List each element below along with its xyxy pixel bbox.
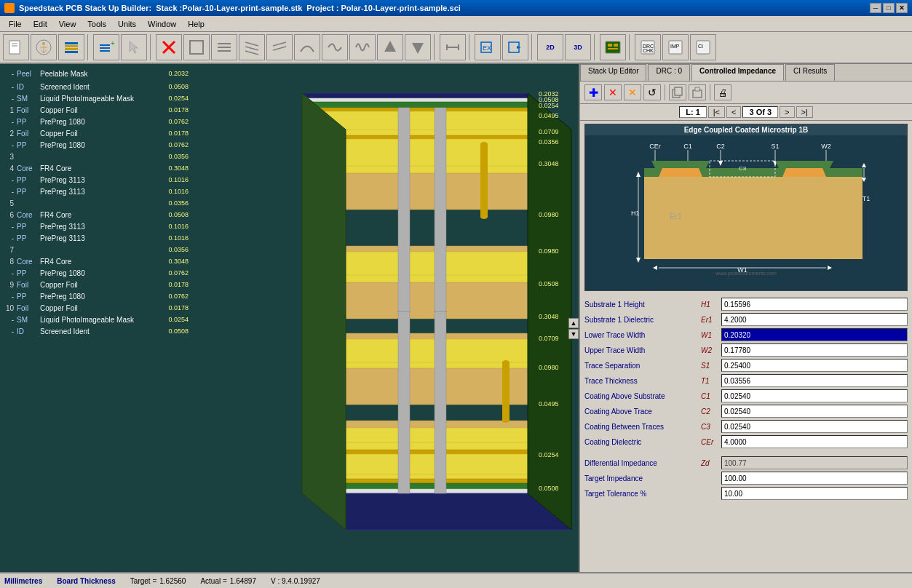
- substrate-dielectric-input[interactable]: [721, 313, 908, 326]
- substrate-height-label[interactable]: Substrate 1 Height: [584, 301, 701, 309]
- tab-stack-up-editor[interactable]: Stack Up Editor: [580, 64, 646, 81]
- coating-above-substrate-input[interactable]: [721, 389, 908, 402]
- upper-trace-width-input[interactable]: [721, 343, 908, 357]
- print-button[interactable]: 🖨: [714, 84, 731, 100]
- coating-above-trace-label[interactable]: Coating Above Trace: [584, 408, 701, 416]
- target-tolerance-input[interactable]: [721, 487, 908, 500]
- toolbar-stackup[interactable]: [58, 34, 84, 60]
- delete-red-button[interactable]: ✕: [604, 84, 622, 100]
- tab-bar: Stack Up Editor DRC : 0 Controlled Imped…: [580, 64, 912, 82]
- substrate-dielectric-label[interactable]: Substrate 1 Dielectric: [584, 316, 701, 324]
- add-button[interactable]: ✚: [584, 84, 602, 100]
- coating-between-traces-label[interactable]: Coating Between Traces: [584, 423, 701, 431]
- minimize-button[interactable]: ─: [870, 3, 881, 13]
- layer-num: 8: [4, 258, 14, 266]
- toolbar-calc2[interactable]: IMP: [662, 34, 689, 60]
- target-impedance-input[interactable]: [721, 472, 908, 485]
- toolbar-lines1[interactable]: [211, 34, 237, 60]
- toolbar-new[interactable]: [3, 34, 29, 60]
- coating-dielectric-sym: CEr: [701, 438, 721, 446]
- page-label: L: 1: [679, 106, 707, 118]
- layer-name: FR4 Core: [40, 164, 149, 172]
- toolbar-curve1[interactable]: [294, 34, 320, 60]
- menu-help[interactable]: Help: [182, 18, 210, 30]
- toolbar-lines3[interactable]: [266, 34, 293, 60]
- toolbar-sep3: [434, 34, 437, 60]
- layer-name: PrePreg 1080: [40, 269, 149, 277]
- layer-name: FR4 Core: [40, 258, 149, 266]
- svg-text:0.0980: 0.0980: [539, 211, 559, 218]
- coating-between-traces-input[interactable]: [721, 420, 908, 433]
- coating-above-substrate-label[interactable]: Coating Above Substrate: [584, 392, 701, 400]
- scroll-down-button[interactable]: ▼: [568, 329, 579, 339]
- layer-type: ID: [17, 83, 37, 91]
- layer-type: Foil: [17, 106, 37, 114]
- prop-divider: [584, 450, 908, 456]
- toolbar-curve2[interactable]: [322, 34, 348, 60]
- upper-trace-width-label[interactable]: Upper Trace Width: [584, 346, 701, 354]
- substrate-height-input[interactable]: [721, 298, 908, 311]
- svg-rect-80: [398, 108, 410, 311]
- svg-marker-30: [412, 43, 424, 54]
- svg-text:C1: C1: [683, 143, 692, 150]
- nav-prev-button[interactable]: <: [726, 106, 741, 118]
- coating-dielectric-input[interactable]: [721, 435, 908, 448]
- trace-thickness-label[interactable]: Trace Thickness: [584, 377, 701, 385]
- menu-file[interactable]: File: [3, 18, 28, 30]
- trace-separation-label[interactable]: Trace Separation: [584, 362, 701, 370]
- diff-impedance-label: Differential Impedance: [584, 459, 701, 467]
- svg-text:0.0709: 0.0709: [539, 335, 559, 342]
- toolbar-arrow-up[interactable]: [377, 34, 403, 60]
- nav-last-button[interactable]: >|: [796, 106, 813, 118]
- properties-form: Substrate 1 Height H1 Substrate 1 Dielec…: [580, 294, 912, 572]
- toolbar-dimension[interactable]: [440, 34, 466, 60]
- toolbar-lines2[interactable]: [239, 34, 265, 60]
- maximize-button[interactable]: □: [883, 3, 895, 13]
- layer-name: Copper Foil: [40, 106, 149, 114]
- toolbar-calc3[interactable]: CI: [690, 34, 716, 60]
- nav-first-button[interactable]: |<: [708, 106, 725, 118]
- toolbar-rect[interactable]: [183, 34, 210, 60]
- toolbar-export2[interactable]: [502, 34, 528, 60]
- tab-drc[interactable]: DRC : 0: [648, 64, 690, 81]
- svg-text:S1: S1: [771, 143, 779, 150]
- toolbar-vitruvian[interactable]: [31, 34, 57, 60]
- menu-tools[interactable]: Tools: [82, 18, 112, 30]
- toolbar-cursor[interactable]: [121, 34, 147, 60]
- toolbar-calc1[interactable]: DRCCHK: [635, 34, 661, 60]
- scroll-up-button[interactable]: ▲: [568, 318, 579, 328]
- paste-button[interactable]: [689, 84, 706, 100]
- menu-edit[interactable]: Edit: [28, 18, 53, 30]
- tab-controlled-impedance[interactable]: Controlled Impedance: [691, 64, 784, 81]
- trace-separation-input[interactable]: [721, 359, 908, 372]
- svg-text:0.0254: 0.0254: [539, 451, 559, 458]
- close-button[interactable]: ✕: [896, 3, 908, 13]
- toolbar-pcb-view[interactable]: [600, 34, 626, 60]
- toolbar-delete-x[interactable]: [156, 34, 182, 60]
- toolbar-3d[interactable]: 3D: [565, 34, 591, 60]
- lower-trace-width-input[interactable]: [721, 328, 908, 341]
- toolbar-export1[interactable]: EX: [475, 34, 501, 60]
- layer-num: 10: [4, 304, 14, 312]
- prop-substrate-height: Substrate 1 Height H1: [584, 297, 908, 311]
- refresh-button[interactable]: ↺: [643, 84, 661, 100]
- delete-orange-button[interactable]: ✕: [624, 84, 641, 100]
- menu-window[interactable]: Window: [142, 18, 182, 30]
- toolbar-curve3[interactable]: [349, 34, 376, 60]
- coating-above-trace-input[interactable]: [721, 405, 908, 418]
- nav-next-button[interactable]: >: [780, 106, 794, 118]
- svg-marker-17: [130, 41, 138, 53]
- layer-num: 9: [4, 281, 14, 289]
- toolbar-add-layer[interactable]: +: [93, 34, 119, 60]
- tab-ci-results[interactable]: CI Results: [785, 64, 835, 81]
- coating-dielectric-label[interactable]: Coating Dielectric: [584, 438, 701, 446]
- menu-units[interactable]: Units: [112, 18, 142, 30]
- svg-marker-135: [651, 161, 710, 168]
- toolbar-arrow-down[interactable]: [405, 34, 431, 60]
- lower-trace-width-label[interactable]: Lower Trace Width: [584, 331, 701, 339]
- toolbar-2d[interactable]: 2D: [537, 34, 563, 60]
- trace-thickness-input[interactable]: [721, 374, 908, 387]
- menu-view[interactable]: View: [53, 18, 82, 30]
- copy-button[interactable]: [669, 84, 686, 100]
- svg-marker-78: [528, 93, 571, 530]
